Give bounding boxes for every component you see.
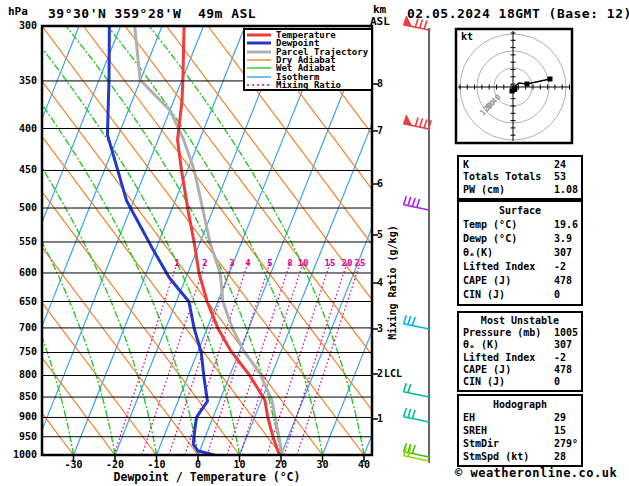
table-row-label: PW (cm) <box>463 184 505 195</box>
km-tick-label: 1 <box>377 413 383 424</box>
table-row: StmDir279° <box>463 437 577 450</box>
table-row: EH29 <box>463 411 577 424</box>
pressure-tick-label: 450 <box>5 164 37 175</box>
indices-table: Most UnstablePressure (mb)1005θₑ (K)307L… <box>457 311 583 392</box>
table-row-value: 478 <box>554 274 572 288</box>
km-tick-label: 8 <box>377 78 383 89</box>
table-row: CIN (J)0 <box>463 376 577 388</box>
indices-table: SurfaceTemp (°C)19.6Dewp (°C)3.9θₑ(K)307… <box>457 200 583 306</box>
table-row-label: Lifted Index <box>463 352 535 363</box>
legend-item: Mixing Ratio <box>247 81 369 89</box>
km-tick-label: 6 <box>377 178 383 189</box>
km-tick-label: 7 <box>377 125 383 136</box>
table-row: CAPE (J)478 <box>463 274 577 288</box>
table-row-label: Temp (°C) <box>463 219 517 230</box>
skewt-sounding-page: 4080120 hPa 39°30'N 359°28'W 49m ASL km … <box>0 0 629 486</box>
mixing-ratio-label: 4 <box>239 258 257 268</box>
pressure-tick-label: 300 <box>5 20 37 31</box>
table-row-value: 1005 <box>554 327 578 339</box>
temp-tick-label: 20 <box>264 459 298 470</box>
table-row-value: 279° <box>554 437 578 450</box>
wind-barb <box>404 408 429 422</box>
temp-tick-label: 0 <box>181 459 215 470</box>
datetime-label: 02.05.2024 18GMT (Base: 12) <box>407 6 629 21</box>
km-tick-label: 2 <box>377 368 383 379</box>
temp-tick-label: -20 <box>98 459 132 470</box>
pressure-tick-label: 600 <box>5 267 37 278</box>
table-row-label: EH <box>463 412 475 423</box>
legend-swatch <box>247 73 271 81</box>
km-tick-label: 3 <box>377 323 383 334</box>
table-row-label: CAPE (J) <box>463 364 511 375</box>
legend-swatch <box>247 56 271 64</box>
table-row-value: 1.08 <box>554 184 578 196</box>
legend-swatch <box>247 31 271 39</box>
mixing-ratio-label: 25 <box>351 258 369 268</box>
wind-barb <box>404 315 429 329</box>
station-title: 39°30'N 359°28'W 49m ASL <box>48 6 256 21</box>
mixing-ratio-axis-title: Mixing Ratio (g/kg) <box>387 203 398 363</box>
temp-tick-label: -10 <box>140 459 174 470</box>
wind-barb <box>404 443 429 457</box>
km-tick-label: 4 <box>377 277 383 288</box>
table-row-label: StmSpd (kt) <box>463 451 529 462</box>
table-title: Hodograph <box>463 398 577 411</box>
pressure-tick-label: 750 <box>5 346 37 357</box>
km-tick-label: 5 <box>377 229 383 240</box>
pressure-tick-label: 400 <box>5 123 37 134</box>
table-row: K24 <box>463 159 577 171</box>
table-row: PW (cm)1.08 <box>463 184 577 196</box>
table-row-label: K <box>463 159 469 170</box>
table-row-label: StmDir <box>463 438 499 449</box>
pressure-tick-label: 1000 <box>5 449 37 460</box>
table-row-label: CIN (J) <box>463 376 505 387</box>
legend-box: TemperatureDewpointParcel TrajectoryDry … <box>243 28 373 91</box>
table-row: Temp (°C)19.6 <box>463 218 577 232</box>
table-row: Pressure (mb)1005 <box>463 327 577 339</box>
table-row-value: 478 <box>554 364 572 376</box>
table-row-value: 19.6 <box>554 218 578 232</box>
table-row: Dewp (°C)3.9 <box>463 232 577 246</box>
pressure-tick-label: 800 <box>5 369 37 380</box>
table-row-label: CIN (J) <box>463 289 505 300</box>
table-row: StmSpd (kt)28 <box>463 450 577 463</box>
table-row-value: -2 <box>554 260 566 274</box>
wind-barb <box>404 115 432 129</box>
temp-tick-label: -30 <box>57 459 91 470</box>
hodograph-unit-label: kt <box>461 31 473 42</box>
table-row-label: θₑ(K) <box>463 247 493 258</box>
table-row-label: CAPE (J) <box>463 275 511 286</box>
table-row-label: Totals Totals <box>463 171 541 182</box>
table-row-value: 3.9 <box>554 232 572 246</box>
pressure-tick-label: 950 <box>5 431 37 442</box>
table-row-value: 29 <box>554 411 566 424</box>
table-row-value: 15 <box>554 424 566 437</box>
indices-table: K24Totals Totals53PW (cm)1.08 <box>457 155 583 200</box>
table-row-value: 0 <box>554 376 560 388</box>
table-row: CIN (J)0 <box>463 288 577 302</box>
table-row-value: 24 <box>554 159 566 171</box>
table-row-label: Dewp (°C) <box>463 233 517 244</box>
pressure-tick-label: 350 <box>5 75 37 86</box>
table-row: θₑ(K)307 <box>463 246 577 260</box>
x-axis-title: Dewpoint / Temperature (°C) <box>42 470 372 484</box>
table-row-value: 28 <box>554 450 566 463</box>
table-row: Lifted Index-2 <box>463 352 577 364</box>
legend-swatch <box>247 39 271 47</box>
altitude-unit-asl: ASL <box>370 15 390 28</box>
mixing-ratio-label: 15 <box>321 258 339 268</box>
table-row-label: SREH <box>463 425 487 436</box>
table-row-value: 53 <box>554 171 566 183</box>
wind-barb <box>404 383 429 397</box>
table-row-value: 0 <box>554 288 560 302</box>
table-row-label: θₑ (K) <box>463 339 499 350</box>
temp-tick-label: 30 <box>306 459 340 470</box>
pressure-tick-label: 550 <box>5 236 37 247</box>
lcl-label: LCL <box>384 368 402 379</box>
indices-table: HodographEH29SREH15StmDir279°StmSpd (kt)… <box>457 394 583 467</box>
table-row: Totals Totals53 <box>463 171 577 183</box>
legend-swatch <box>247 64 271 72</box>
table-row-label: Pressure (mb) <box>463 327 541 338</box>
table-row-value: 307 <box>554 246 572 260</box>
table-row: Lifted Index-2 <box>463 260 577 274</box>
